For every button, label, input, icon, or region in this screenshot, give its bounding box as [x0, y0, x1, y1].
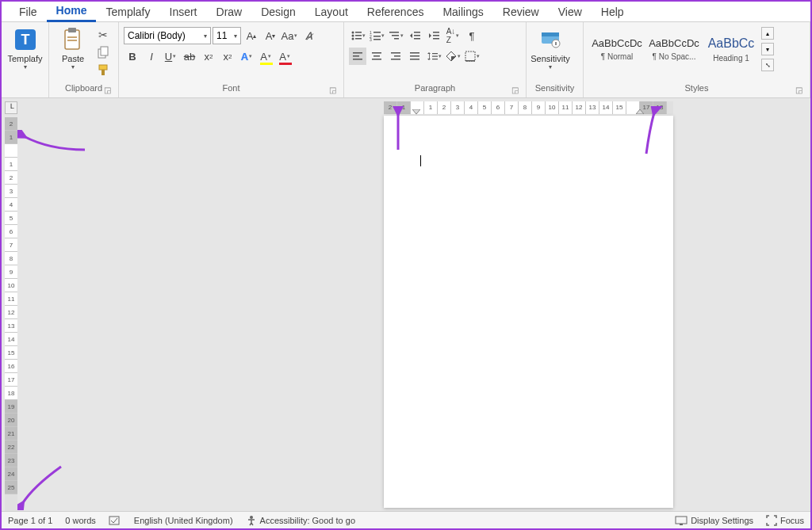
tab-layout[interactable]: Layout: [305, 2, 358, 21]
sort-button[interactable]: A↓Z: [444, 27, 462, 44]
paragraph-launcher-icon[interactable]: ◲: [510, 86, 519, 95]
templafy-icon: T: [13, 27, 38, 52]
document-page[interactable]: [384, 116, 673, 508]
strikethrough-button[interactable]: ab: [181, 48, 198, 65]
style-name: ¶ No Spac...: [653, 52, 696, 61]
styles-launcher-icon[interactable]: ◲: [794, 86, 803, 95]
svg-rect-56: [680, 524, 683, 525]
text-effects-button[interactable]: A: [238, 48, 255, 65]
style-no-spacing[interactable]: AaBbCcDc ¶ No Spac...: [645, 27, 703, 71]
tab-mailings[interactable]: Mailings: [433, 2, 492, 21]
format-painter-button[interactable]: [95, 62, 111, 78]
tab-file[interactable]: File: [10, 2, 47, 21]
clear-formatting-button[interactable]: A̷: [300, 27, 317, 44]
tab-references[interactable]: References: [358, 2, 434, 21]
svg-rect-32: [353, 55, 359, 57]
svg-rect-24: [394, 38, 399, 40]
underline-button[interactable]: U: [162, 48, 179, 65]
line-spacing-button[interactable]: [425, 48, 442, 65]
bullets-button[interactable]: [349, 27, 366, 44]
paste-button[interactable]: Paste ▾: [54, 25, 92, 71]
spellcheck-icon[interactable]: [109, 515, 121, 526]
superscript-button[interactable]: x2: [219, 48, 236, 65]
change-case-button[interactable]: Aa: [281, 27, 298, 44]
align-left-button[interactable]: [349, 48, 366, 65]
tab-stop-selector[interactable]: └: [5, 101, 17, 114]
tab-insert[interactable]: Insert: [160, 2, 207, 21]
styles-scroll-up[interactable]: ▴: [761, 27, 774, 40]
italic-button[interactable]: I: [143, 48, 160, 65]
svg-rect-50: [542, 32, 559, 36]
tab-design[interactable]: Design: [251, 2, 305, 21]
display-settings-button[interactable]: Display Settings: [675, 516, 753, 525]
style-normal[interactable]: AaBbCcDc ¶ Normal: [588, 27, 645, 71]
word-count[interactable]: 0 words: [65, 516, 96, 525]
tab-view[interactable]: View: [549, 2, 592, 21]
horizontal-ruler[interactable]: 21 123456789101112131415 1718: [384, 101, 673, 114]
sensitivity-label: Sensitivity: [530, 54, 570, 63]
align-right-button[interactable]: [387, 48, 404, 65]
font-name-combo[interactable]: Calibri (Body)▾: [124, 27, 211, 44]
monitor-icon: [675, 516, 688, 525]
font-size-combo[interactable]: 11▾: [213, 27, 241, 44]
bold-button[interactable]: B: [124, 48, 141, 65]
subscript-button[interactable]: x2: [200, 48, 217, 65]
shrink-font-button[interactable]: A▾: [262, 27, 279, 44]
styles-expand[interactable]: ⤡: [761, 59, 774, 71]
svg-rect-13: [355, 35, 362, 36]
vertical-ruler[interactable]: 21 123456789101112131415161718 192021222…: [5, 117, 17, 511]
sensitivity-button[interactable]: Sensitivity ▾: [531, 25, 569, 71]
svg-rect-44: [432, 53, 438, 54]
ribbon: T Templafy ▾ Paste ▾ ✂: [2, 22, 810, 98]
justify-button[interactable]: [406, 48, 423, 65]
svg-rect-21: [373, 39, 381, 40]
tab-templafy[interactable]: Templafy: [96, 2, 159, 21]
svg-rect-19: [373, 36, 381, 37]
accessibility-icon: [246, 515, 257, 526]
accessibility-status[interactable]: Accessibility: Good to go: [246, 515, 355, 526]
tab-home[interactable]: Home: [47, 1, 97, 22]
templafy-button[interactable]: T Templafy ▾: [6, 25, 44, 71]
multilevel-list-button[interactable]: [387, 27, 404, 44]
align-center-button[interactable]: [368, 48, 385, 65]
svg-rect-5: [67, 40, 77, 41]
decrease-indent-button[interactable]: [406, 27, 423, 44]
svg-rect-40: [410, 52, 419, 54]
shading-button[interactable]: [444, 48, 462, 65]
style-preview: AaBbCc: [708, 36, 755, 51]
font-launcher-icon[interactable]: ◲: [327, 86, 337, 95]
focus-button[interactable]: Focus: [766, 515, 804, 526]
svg-rect-43: [429, 54, 430, 59]
tab-review[interactable]: Review: [493, 2, 549, 21]
svg-rect-38: [394, 55, 400, 57]
font-color-button[interactable]: A: [276, 48, 293, 65]
borders-button[interactable]: [463, 48, 481, 65]
annotation-arrow: [17, 463, 65, 510]
style-preview: AaBbCcDc: [592, 37, 642, 49]
highlight-button[interactable]: A: [257, 48, 274, 65]
document-area: └ 21 123456789101112131415 1718 21 12345…: [2, 98, 810, 511]
svg-rect-22: [389, 32, 399, 33]
styles-scroll-down[interactable]: ▾: [761, 43, 774, 55]
svg-rect-45: [432, 56, 438, 57]
svg-rect-8: [99, 65, 107, 70]
right-indent-marker[interactable]: [636, 109, 644, 114]
text-cursor: [420, 155, 421, 166]
left-indent-marker[interactable]: [412, 109, 420, 114]
numbering-button[interactable]: 123: [368, 27, 385, 44]
show-marks-button[interactable]: ¶: [463, 27, 481, 44]
group-sensitivity: Sensitivity ▾ Sensitivity: [527, 22, 584, 97]
svg-rect-4: [67, 36, 77, 38]
style-heading1[interactable]: AaBbCc Heading 1: [703, 27, 760, 71]
grow-font-button[interactable]: A▴: [243, 27, 260, 44]
group-styles: AaBbCcDc ¶ Normal AaBbCcDc ¶ No Spac... …: [584, 22, 810, 97]
page-status[interactable]: Page 1 of 1: [8, 516, 52, 525]
increase-indent-button[interactable]: [425, 27, 442, 44]
tab-draw[interactable]: Draw: [207, 2, 252, 21]
svg-rect-42: [410, 59, 419, 60]
tab-help[interactable]: Help: [592, 2, 634, 21]
language-status[interactable]: English (United Kingdom): [134, 516, 233, 525]
copy-button[interactable]: [95, 44, 111, 60]
cut-button[interactable]: ✂: [95, 27, 111, 43]
clipboard-launcher-icon[interactable]: ◲: [102, 86, 112, 95]
